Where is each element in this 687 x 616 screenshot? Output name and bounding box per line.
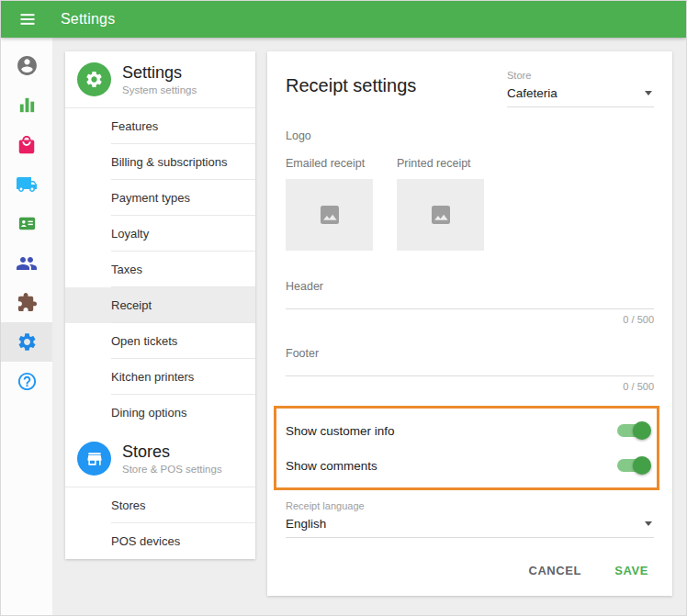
sidebar-item-stores[interactable]: Stores	[65, 487, 255, 523]
sidebar-item-label: Payment types	[111, 191, 190, 205]
stores-section-title: Stores	[122, 442, 222, 462]
footer-char-counter: 0 / 500	[286, 381, 654, 392]
rail-item-inventory[interactable]	[1, 164, 52, 204]
logo-label: Logo	[286, 129, 654, 142]
settings-badge	[77, 62, 111, 96]
sidebar-item-label: Kitchen printers	[111, 370, 194, 384]
sidebar-item-features[interactable]: Features	[65, 108, 255, 144]
stores-badge	[77, 442, 111, 476]
id-badge-icon	[17, 213, 38, 234]
hamburger-icon	[18, 10, 37, 28]
rail-item-reports[interactable]	[1, 85, 52, 125]
settings-section-subtitle: System settings	[122, 84, 197, 95]
rail-item-account[interactable]	[1, 46, 52, 85]
stores-menu: Stores POS devices	[65, 487, 255, 559]
receipt-toggles: Show customer info Show comments	[286, 409, 654, 487]
cancel-button[interactable]: CANCEL	[528, 564, 581, 577]
puzzle-piece-icon	[17, 292, 38, 313]
account-circle-icon	[16, 54, 39, 77]
rail-item-help[interactable]	[1, 362, 52, 401]
sidebar-item-label: Receipt	[111, 298, 152, 312]
receipt-language-select[interactable]: Receipt language English	[286, 500, 654, 538]
help-icon	[17, 371, 38, 392]
people-icon	[16, 252, 38, 274]
app-bar: Settings	[1, 1, 686, 38]
sidebar-item-label: Open tickets	[111, 334, 177, 348]
emailed-receipt-label: Emailed receipt	[286, 157, 373, 170]
header-char-counter: 0 / 500	[286, 314, 654, 325]
show-comments-label: Show comments	[286, 459, 377, 473]
chevron-down-icon	[645, 91, 652, 95]
delivery-truck-icon	[16, 174, 38, 196]
sidebar-item-open-tickets[interactable]: Open tickets	[65, 323, 255, 359]
stores-section-subtitle: Store & POS settings	[122, 464, 222, 475]
store-badge-icon	[85, 450, 104, 468]
menu-button[interactable]	[17, 8, 39, 30]
nav-rail	[1, 38, 52, 615]
shopping-bag-icon	[17, 135, 37, 155]
show-customer-info-toggle[interactable]	[617, 424, 648, 437]
sidebar-item-dining-options[interactable]: Dining options	[65, 395, 255, 431]
settings-section-title: Settings	[122, 63, 197, 83]
receipt-settings-panel: Receipt settings Store Cafeteria Logo Em…	[267, 51, 672, 596]
app-bar-title: Settings	[61, 11, 115, 28]
printed-receipt-label: Printed receipt	[397, 157, 484, 170]
gear-badge-icon	[84, 70, 104, 89]
sidebar-item-loyalty[interactable]: Loyalty	[65, 216, 255, 252]
sidebar-section-stores[interactable]: Stores Store & POS settings	[65, 431, 255, 487]
settings-sidebar: Settings System settings Features Billin…	[65, 51, 255, 559]
sidebar-item-kitchen-printers[interactable]: Kitchen printers	[65, 359, 255, 395]
page-title: Receipt settings	[286, 75, 416, 96]
show-customer-info-label: Show customer info	[286, 424, 395, 438]
rail-item-employees[interactable]	[1, 204, 52, 243]
settings-menu: Features Billing & subscriptions Payment…	[65, 108, 255, 431]
header-field-label: Header	[286, 280, 654, 293]
chevron-down-icon	[645, 521, 652, 526]
sidebar-item-label: Features	[111, 119, 158, 133]
sidebar-item-billing[interactable]: Billing & subscriptions	[65, 144, 255, 180]
rail-item-apps[interactable]	[1, 283, 52, 322]
header-input[interactable]	[286, 293, 654, 309]
screen: Settings	[0, 0, 687, 616]
bar-chart-icon	[17, 95, 38, 116]
image-placeholder-icon	[316, 201, 344, 229]
sidebar-item-label: POS devices	[111, 534, 180, 548]
sidebar-item-pos-devices[interactable]: POS devices	[65, 523, 255, 559]
receipt-language-value: English	[286, 517, 326, 531]
sidebar-item-receipt[interactable]: Receipt	[65, 287, 255, 323]
image-placeholder-icon	[427, 201, 455, 229]
printed-receipt-upload[interactable]	[397, 179, 484, 251]
save-button[interactable]: SAVE	[614, 564, 648, 577]
rail-item-settings[interactable]	[1, 322, 52, 362]
rail-item-items[interactable]	[1, 125, 52, 164]
sidebar-item-label: Stores	[111, 498, 146, 512]
sidebar-item-label: Taxes	[111, 263, 142, 276]
receipt-language-label: Receipt language	[286, 500, 654, 511]
store-select-value: Cafeteria	[507, 86, 557, 100]
sidebar-item-label: Dining options	[111, 406, 186, 420]
sidebar-section-settings[interactable]: Settings System settings	[65, 51, 255, 108]
sidebar-item-label: Loyalty	[111, 227, 149, 241]
gear-icon	[17, 331, 38, 353]
footer-input[interactable]	[286, 360, 654, 376]
footer-field-label: Footer	[286, 347, 654, 360]
emailed-receipt-upload[interactable]	[286, 179, 373, 251]
toggle-thumb	[633, 456, 651, 475]
sidebar-item-payment-types[interactable]: Payment types	[65, 180, 255, 216]
show-comments-toggle[interactable]	[617, 459, 648, 472]
sidebar-item-taxes[interactable]: Taxes	[65, 252, 255, 287]
store-select[interactable]: Store Cafeteria	[507, 70, 654, 107]
toggle-thumb	[633, 421, 651, 440]
store-select-label: Store	[507, 70, 654, 81]
sidebar-item-label: Billing & subscriptions	[111, 155, 227, 169]
rail-item-customers[interactable]	[1, 243, 52, 283]
